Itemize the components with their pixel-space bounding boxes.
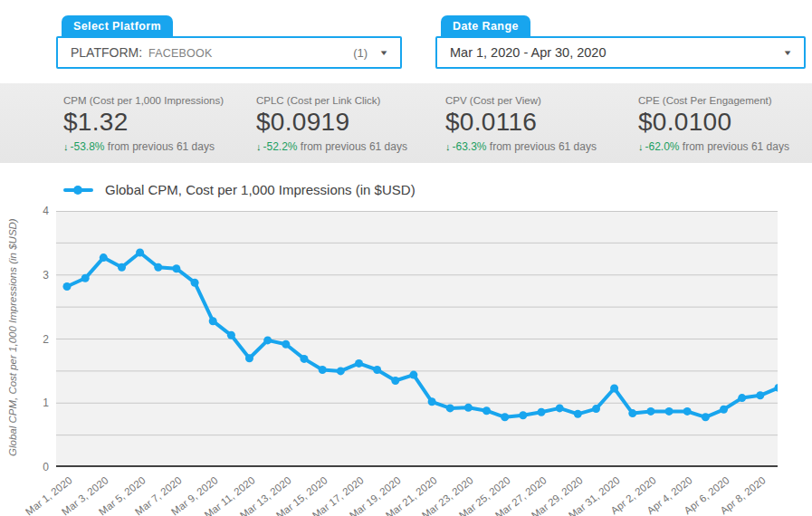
data-point[interactable] <box>81 274 90 282</box>
y-axis-title: Global CPM, Cost per 1,000 Impressions (… <box>7 219 18 456</box>
data-point[interactable] <box>355 359 363 368</box>
y-tick-label: 1 <box>18 397 49 409</box>
platform-dropdown-text: PLATFORM: FACEBOOK <box>71 45 353 60</box>
data-point[interactable] <box>756 391 764 399</box>
date-range-text: Mar 1, 2020 - Apr 30, 2020 <box>450 45 784 60</box>
platform-filter-group: Select Platform PLATFORM: FACEBOOK (1) ▼ <box>56 15 402 69</box>
metric-value: $0.0919 <box>256 108 443 137</box>
platform-dropdown[interactable]: PLATFORM: FACEBOOK (1) ▼ <box>56 36 402 69</box>
data-point[interactable] <box>118 263 126 272</box>
data-point[interactable] <box>574 410 582 418</box>
metric-value: $0.0116 <box>445 108 632 137</box>
data-point[interactable] <box>482 406 491 415</box>
metric-delta: ↓-52.2% from previous 61 days <box>256 140 443 153</box>
data-point[interactable] <box>738 394 746 402</box>
data-point[interactable] <box>373 366 381 374</box>
chart-legend-label: Global CPM, Cost per 1,000 Impressions (… <box>105 182 416 197</box>
data-point[interactable] <box>556 404 564 412</box>
cpm-series-line <box>67 253 778 417</box>
metric-label: CPE (Cost Per Engagement) <box>638 95 812 106</box>
chevron-down-icon[interactable]: ▼ <box>378 49 388 57</box>
metric-value: $1.32 <box>63 108 250 137</box>
data-point[interactable] <box>446 404 454 412</box>
data-point[interactable] <box>409 371 417 379</box>
data-point[interactable] <box>628 409 636 417</box>
data-point[interactable] <box>319 366 327 374</box>
metric-label: CPLC (Cost per Link Click) <box>256 95 443 106</box>
y-tick-label: 3 <box>18 269 49 282</box>
data-point[interactable] <box>428 397 436 406</box>
data-point[interactable] <box>154 263 162 272</box>
metric-delta-percent: -63.3% <box>453 140 490 153</box>
data-point[interactable] <box>720 406 728 414</box>
data-point[interactable] <box>209 317 217 325</box>
data-point[interactable] <box>538 408 546 416</box>
metric-delta-caption: from previous 61 days <box>683 140 789 153</box>
chart-legend: Global CPM, Cost per 1,000 Impressions (… <box>63 182 416 197</box>
y-tick-label: 2 <box>18 333 49 346</box>
data-point[interactable] <box>136 249 144 257</box>
data-point[interactable] <box>337 367 345 375</box>
kpi-metrics-band: CPM (Cost per 1,000 Impressions)$1.32↓-5… <box>0 83 812 163</box>
data-point[interactable] <box>646 407 654 416</box>
platform-filter-tab: Select Platform <box>62 15 173 36</box>
data-point[interactable] <box>683 407 692 416</box>
metric-delta-caption: from previous 61 days <box>301 140 407 153</box>
data-point[interactable] <box>610 385 618 393</box>
data-point[interactable] <box>519 411 527 419</box>
data-point[interactable] <box>245 354 253 362</box>
data-point[interactable] <box>702 413 710 421</box>
metric-card: CPV (Cost per View)$0.0116↓-63.3% from p… <box>445 95 632 153</box>
metric-delta-caption: from previous 61 days <box>490 140 597 153</box>
data-point[interactable] <box>301 355 309 363</box>
data-point[interactable] <box>63 282 72 291</box>
data-point[interactable] <box>665 407 673 416</box>
metric-delta: ↓-63.3% from previous 61 days <box>445 140 632 153</box>
y-tick-label: 4 <box>18 205 49 217</box>
down-arrow-icon: ↓ <box>63 141 69 152</box>
metric-delta-percent: -52.2% <box>263 140 301 153</box>
data-point[interactable] <box>391 377 399 385</box>
data-point[interactable] <box>172 264 180 272</box>
date-range-dropdown[interactable]: Mar 1, 2020 - Apr 30, 2020 ▼ <box>435 36 806 69</box>
chart-plot-area[interactable] <box>56 211 778 467</box>
date-range-value: Mar 1, 2020 - Apr 30, 2020 <box>450 45 607 60</box>
date-range-filter-group: Date Range Mar 1, 2020 - Apr 30, 2020 ▼ <box>435 15 806 69</box>
line-series-marker-icon <box>63 186 93 195</box>
data-point[interactable] <box>191 279 199 287</box>
metric-label: CPV (Cost per View) <box>445 95 632 106</box>
metric-delta: ↓-53.8% from previous 61 days <box>63 140 250 153</box>
platform-field-value: FACEBOOK <box>148 47 212 60</box>
metric-delta-percent: -62.0% <box>645 140 683 153</box>
platform-field-label: PLATFORM: <box>71 45 142 60</box>
y-tick-label: 0 <box>18 461 49 473</box>
data-point[interactable] <box>464 404 473 412</box>
metric-card: CPLC (Cost per Link Click)$0.0919↓-52.2%… <box>256 95 443 153</box>
down-arrow-icon: ↓ <box>445 141 451 152</box>
data-point[interactable] <box>592 405 600 413</box>
platform-count-badge: (1) <box>353 46 368 60</box>
date-range-filter-tab: Date Range <box>441 15 530 36</box>
metric-delta-percent: -53.8% <box>71 140 108 153</box>
down-arrow-icon: ↓ <box>638 141 644 152</box>
metric-card: CPE (Cost Per Engagement)$0.0100↓-62.0% … <box>638 95 812 153</box>
data-point[interactable] <box>100 253 108 262</box>
cpm-line-chart-canvas[interactable] <box>56 211 778 467</box>
down-arrow-icon: ↓ <box>256 141 262 152</box>
chevron-down-icon[interactable]: ▼ <box>782 49 792 57</box>
data-point[interactable] <box>263 336 272 344</box>
data-point[interactable] <box>501 413 509 421</box>
data-point[interactable] <box>282 340 290 349</box>
metric-card: CPM (Cost per 1,000 Impressions)$1.32↓-5… <box>63 95 250 153</box>
metric-value: $0.0100 <box>638 108 812 137</box>
metric-delta: ↓-62.0% from previous 61 days <box>638 140 812 153</box>
metric-label: CPM (Cost per 1,000 Impressions) <box>63 95 250 106</box>
metric-delta-caption: from previous 61 days <box>108 140 215 153</box>
data-point[interactable] <box>227 331 235 339</box>
